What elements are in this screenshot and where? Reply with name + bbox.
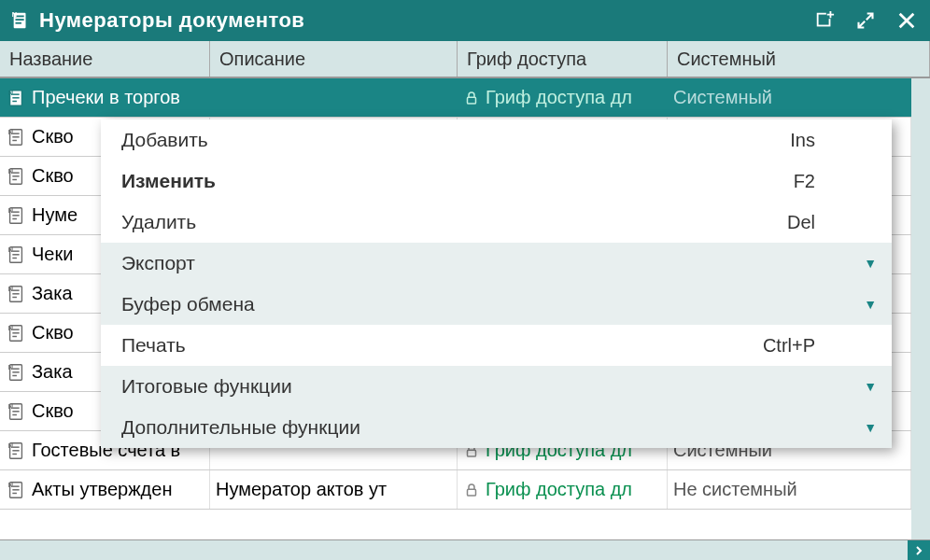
scroll-down-button[interactable] [911, 517, 930, 539]
new-window-icon[interactable] [810, 7, 838, 35]
svg-rect-61 [12, 489, 19, 490]
numerator-icon: N [6, 205, 26, 226]
svg-rect-50 [12, 411, 19, 412]
numerator-icon: N [6, 323, 26, 343]
document-icon: N [9, 9, 32, 32]
menu-item-shortcut: F2 [794, 171, 815, 192]
menu-item[interactable]: ДобавитьIns [101, 119, 892, 161]
numerator-icon: N [6, 245, 26, 265]
svg-rect-36 [12, 296, 17, 297]
chevron-down-icon: ▼ [864, 256, 877, 271]
row-name-text: Зака [32, 361, 73, 383]
svg-rect-25 [12, 215, 19, 216]
svg-text:N: N [8, 89, 13, 97]
svg-rect-12 [468, 97, 476, 104]
svg-text:N: N [8, 245, 13, 254]
numerator-icon: N [6, 480, 26, 500]
table-row[interactable]: NПречеки в торговГриф доступа длСистемны… [0, 78, 911, 118]
close-icon[interactable] [893, 7, 921, 35]
svg-rect-64 [468, 489, 476, 496]
titlebar: N Нумераторы документов [0, 0, 930, 41]
row-name-text: Чеки [32, 244, 73, 265]
svg-text:N: N [12, 10, 17, 19]
numerator-icon: N [6, 166, 26, 187]
svg-text:N: N [8, 167, 13, 175]
svg-rect-3 [16, 22, 21, 24]
svg-text:N: N [8, 285, 13, 293]
lock-icon [463, 482, 480, 498]
cell-name: NАкты утвержден [0, 470, 210, 509]
svg-rect-34 [12, 289, 19, 290]
cell-name: NПречеки в торгов [0, 78, 210, 117]
menu-item-label: Итоговые функции [121, 375, 871, 398]
svg-rect-40 [12, 332, 19, 333]
svg-text:N: N [8, 441, 13, 450]
cell-access: Гриф доступа дл [458, 470, 668, 509]
row-access-text: Гриф доступа дл [486, 87, 632, 108]
svg-text:N: N [8, 206, 13, 215]
svg-rect-19 [12, 172, 19, 173]
row-name-text: Нуме [32, 204, 78, 226]
svg-rect-60 [12, 485, 19, 486]
svg-rect-24 [12, 211, 19, 212]
svg-rect-21 [12, 178, 17, 179]
cell-sys: Не системный [668, 470, 911, 509]
menu-item[interactable]: Дополнительные функции▼ [101, 407, 892, 448]
row-name-text: Скво [32, 165, 74, 187]
svg-rect-55 [12, 450, 19, 451]
menu-item-label: Удалить [121, 211, 787, 233]
menu-item-label: Печать [121, 334, 763, 357]
menu-item-shortcut: Ins [790, 130, 815, 151]
lock-icon [463, 90, 480, 106]
svg-rect-14 [12, 133, 19, 133]
column-header-sys[interactable]: Системный [668, 41, 930, 77]
svg-rect-56 [12, 453, 17, 454]
menu-item[interactable]: Итоговые функции▼ [101, 366, 892, 407]
row-name-text: Скво [32, 126, 74, 147]
menu-item[interactable]: Экспорт▼ [101, 243, 892, 284]
svg-rect-10 [12, 100, 17, 101]
cell-desc [210, 78, 458, 117]
svg-rect-2 [16, 19, 24, 21]
row-name-text: Пречеки в торгов [32, 87, 180, 108]
svg-rect-9 [12, 97, 19, 98]
numerator-icon: N [6, 441, 26, 461]
menu-item-label: Экспорт [121, 252, 871, 274]
scroll-right-button[interactable] [908, 540, 930, 560]
row-name-text: Скво [32, 322, 74, 343]
menu-item[interactable]: Буфер обмена▼ [101, 284, 892, 325]
svg-rect-31 [12, 257, 17, 258]
row-name-text: Зака [32, 283, 73, 304]
menu-item[interactable]: ИзменитьF2 [101, 161, 892, 202]
chevron-down-icon: ▼ [864, 379, 877, 394]
menu-item[interactable]: ПечатьCtrl+P [101, 325, 892, 366]
menu-item[interactable]: УдалитьDel [101, 202, 892, 243]
menu-item-shortcut: Ctrl+P [763, 335, 815, 357]
svg-text:N: N [8, 481, 13, 489]
svg-rect-8 [12, 93, 19, 94]
column-header-name[interactable]: Название [0, 41, 210, 77]
menu-item-label: Изменить [121, 170, 794, 192]
svg-rect-15 [12, 136, 19, 137]
svg-rect-46 [12, 374, 17, 375]
horizontal-scrollbar[interactable] [0, 539, 930, 560]
svg-text:N: N [8, 363, 13, 371]
svg-text:N: N [8, 128, 13, 136]
column-header-access[interactable]: Гриф доступа [458, 41, 668, 77]
svg-rect-44 [12, 368, 19, 369]
maximize-icon[interactable] [852, 7, 880, 35]
numerator-icon: N [6, 362, 26, 383]
cell-access: Гриф доступа дл [458, 78, 668, 117]
svg-rect-35 [12, 293, 19, 294]
context-menu: ДобавитьInsИзменитьF2УдалитьDelЭкспорт▼Б… [101, 119, 892, 448]
menu-item-label: Добавить [121, 129, 790, 151]
chevron-down-icon: ▼ [864, 420, 877, 435]
window-title: Нумераторы документов [39, 8, 810, 33]
menu-item-label: Дополнительные функции [121, 416, 871, 439]
cell-desc: Нумератор актов ут [210, 470, 458, 509]
table-row[interactable]: NАкты утвержденНумератор актов утГриф до… [0, 470, 911, 510]
svg-text:N: N [8, 402, 13, 411]
numerator-icon: N [6, 88, 26, 108]
column-header-desc[interactable]: Описание [210, 41, 458, 77]
svg-rect-58 [468, 450, 476, 456]
